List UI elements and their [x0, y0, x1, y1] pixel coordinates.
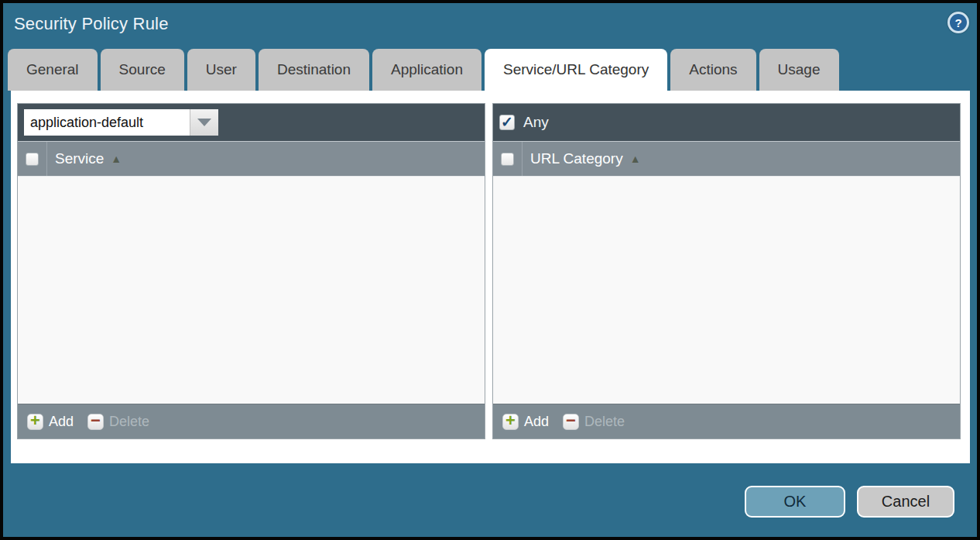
tab-usage[interactable]: Usage [759, 49, 839, 91]
sort-asc-icon: ▲ [111, 153, 122, 164]
service-list[interactable] [18, 177, 485, 404]
url-category-delete-label: Delete [584, 414, 625, 430]
service-type-dropdown-value[interactable]: application-default [24, 109, 190, 136]
tab-application[interactable]: Application [372, 49, 481, 91]
delete-icon: − [87, 414, 104, 430]
security-policy-rule-dialog: Security Policy Rule ? General Source Us… [0, 0, 980, 540]
tab-service-url-category[interactable]: Service/URL Category [485, 49, 667, 91]
url-category-panel-footer: + Add − Delete [493, 404, 960, 439]
help-icon[interactable]: ? [947, 12, 969, 33]
dialog-action-buttons: OK Cancel [745, 486, 954, 518]
delete-icon: − [563, 414, 579, 430]
chevron-down-icon[interactable] [190, 109, 218, 136]
service-delete-button[interactable]: − Delete [87, 414, 149, 430]
panels-container: application-default Service ▲ [11, 91, 970, 463]
minus-glyph: − [91, 412, 101, 429]
dialog-title: Security Policy Rule [14, 14, 169, 34]
tab-general[interactable]: General [8, 49, 98, 91]
service-panel-header: application-default [18, 104, 485, 142]
url-category-column-sort[interactable]: URL Category ▲ [523, 150, 641, 167]
service-column-label: Service [55, 150, 104, 167]
url-category-panel: ✓ Any URL Category ▲ [492, 103, 961, 439]
url-category-panel-header: ✓ Any [493, 104, 960, 142]
service-panel: application-default Service ▲ [17, 103, 485, 439]
help-icon-glyph: ? [954, 16, 961, 29]
service-add-label: Add [49, 414, 74, 430]
sort-asc-icon: ▲ [630, 153, 641, 164]
ok-button[interactable]: OK [745, 486, 845, 518]
tab-source[interactable]: Source [101, 49, 184, 91]
plus-glyph: + [30, 412, 40, 429]
tab-bar: General Source User Destination Applicat… [8, 49, 842, 91]
service-add-button[interactable]: + Add [27, 414, 74, 430]
url-category-add-label: Add [524, 414, 549, 430]
tab-destination[interactable]: Destination [259, 49, 369, 91]
url-category-column-header: URL Category ▲ [493, 142, 960, 177]
tab-user[interactable]: User [187, 49, 255, 91]
dialog-content: application-default Service ▲ [11, 91, 970, 463]
checkmark-icon: ✓ [501, 115, 513, 129]
service-column-sort[interactable]: Service ▲ [47, 150, 122, 167]
add-icon: + [27, 414, 43, 430]
plus-glyph: + [505, 412, 516, 429]
url-category-add-button[interactable]: + Add [502, 414, 549, 430]
service-panel-footer: + Add − Delete [18, 404, 485, 439]
any-checkbox[interactable]: ✓ [499, 115, 515, 130]
service-type-dropdown[interactable]: application-default [24, 109, 218, 136]
url-category-list[interactable] [493, 177, 960, 404]
tab-actions[interactable]: Actions [670, 49, 756, 91]
url-category-select-all-cell [493, 142, 523, 176]
add-icon: + [502, 414, 519, 430]
any-label: Any [523, 114, 549, 131]
chevron-down-glyph [197, 119, 211, 126]
service-select-all-cell [18, 142, 47, 176]
service-select-all-checkbox[interactable] [26, 153, 39, 166]
cancel-button[interactable]: Cancel [857, 486, 954, 518]
service-column-header: Service ▲ [18, 142, 485, 177]
url-category-select-all-checkbox[interactable] [501, 153, 514, 166]
service-delete-label: Delete [109, 414, 149, 430]
minus-glyph: − [566, 412, 576, 429]
url-category-delete-button[interactable]: − Delete [563, 414, 625, 430]
url-category-column-label: URL Category [530, 150, 623, 167]
